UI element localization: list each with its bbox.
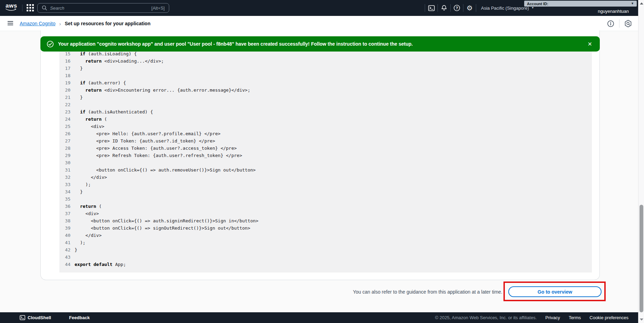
success-check-icon xyxy=(47,40,54,48)
code-line: 43 xyxy=(60,253,592,261)
username-label[interactable]: nguyenanhtuan xyxy=(598,9,629,14)
code-line: 17 } xyxy=(60,65,592,72)
copyright-text: © 2025, Amazon Web Services, Inc. or its… xyxy=(435,315,537,320)
aws-logo[interactable]: aws xyxy=(6,3,17,11)
footer-bar: CloudShell Feedback © 2025, Amazon Web S… xyxy=(0,312,638,323)
code-line: 21 } xyxy=(60,94,592,101)
search-input[interactable]: Search [Alt+S] xyxy=(37,3,169,13)
side-menu-hamburger-icon[interactable] xyxy=(8,21,13,26)
code-line: 39 <button onClick={() => signOutRedirec… xyxy=(60,224,592,232)
cloudshell-button[interactable]: CloudShell xyxy=(20,315,51,320)
code-line: 22 xyxy=(60,101,592,108)
code-line: 18 xyxy=(60,72,592,79)
account-id-label: Account ID: xyxy=(527,2,548,6)
code-lines: 15 if (auth.isLoading) {16 return <div>L… xyxy=(60,50,592,268)
success-banner: Your application "cognito workshop app" … xyxy=(40,36,600,52)
code-line: 30 xyxy=(60,159,592,166)
apps-grid-icon[interactable] xyxy=(27,4,34,11)
amazon-q-icon[interactable] xyxy=(624,20,632,28)
later-reference-note: You can also refer to the guidance from … xyxy=(353,289,502,295)
region-label: Asia Pacific (Singapore) xyxy=(481,6,529,11)
code-line: 36 return ( xyxy=(60,203,592,210)
notifications-bell-icon[interactable] xyxy=(438,0,450,16)
privacy-link[interactable]: Privacy xyxy=(545,315,560,320)
code-line: 34 } xyxy=(60,188,592,195)
banner-message: Your application "cognito workshop app" … xyxy=(58,41,586,47)
code-line: 37 <div> xyxy=(60,210,592,217)
cloudshell-terminal-icon xyxy=(20,315,25,320)
code-line: 23 if (auth.isAuthenticated) { xyxy=(60,108,592,116)
chevron-down-icon: ▼ xyxy=(531,7,534,9)
code-line: 40 </div> xyxy=(60,232,592,239)
code-line: 26 <pre> Hello: {auth.user?.profile.emai… xyxy=(60,130,592,137)
code-line: 19 if (auth.error) { xyxy=(60,79,592,86)
account-id-dropdown[interactable]: Account ID: ▼ xyxy=(524,1,637,7)
footer-links: © 2025, Amazon Web Services, Inc. or its… xyxy=(435,315,628,320)
cloudshell-terminal-icon[interactable] xyxy=(425,0,438,16)
code-line: 24 return ( xyxy=(60,116,592,123)
code-line: 41 ); xyxy=(60,239,592,246)
code-line: 38 <button onClick={() => auth.signinRed… xyxy=(60,217,592,224)
code-line: 20 return <div>Encountering error... {au… xyxy=(60,86,592,94)
aws-console-page: aws Search [Alt+S] xyxy=(0,0,644,323)
help-icon[interactable]: ? xyxy=(451,0,463,16)
nav-divider xyxy=(22,4,22,11)
code-line: 25 <div> xyxy=(60,123,592,130)
code-line: 44export default App; xyxy=(60,261,592,268)
code-line: 16 return <div>Loading...</div>; xyxy=(60,57,592,65)
code-line: 29 <pre> Refresh Token: {auth.user?.refr… xyxy=(60,152,592,159)
code-line: 28 <pre> Access Token: {auth.user?.acces… xyxy=(60,145,592,152)
breadcrumb-link-cognito[interactable]: Amazon Cognito xyxy=(20,21,56,26)
terms-link[interactable]: Terms xyxy=(569,315,581,320)
panel-controls xyxy=(607,16,638,31)
cookie-preferences-link[interactable]: Cookie preferences xyxy=(589,315,628,320)
banner-close-icon[interactable]: ✕ xyxy=(586,41,594,47)
code-line: 32 </div> xyxy=(60,174,592,181)
code-snippet-block: 15 if (auth.isLoading) {16 return <div>L… xyxy=(59,50,592,273)
chevron-down-icon: ▼ xyxy=(631,2,634,5)
cloudshell-label: CloudShell xyxy=(28,315,51,320)
feedback-button[interactable]: Feedback xyxy=(69,315,90,320)
page-scrollbar[interactable] xyxy=(638,0,644,323)
nav-utilities: ? ⚙ Asia Pacific (Singapore) ▼ xyxy=(425,0,539,16)
code-line: 33 ); xyxy=(60,181,592,188)
settings-gear-icon[interactable]: ⚙ xyxy=(463,0,476,16)
breadcrumb-bar: Amazon Cognito › Set up resources for yo… xyxy=(0,16,638,31)
scrollbar-thumb[interactable] xyxy=(640,205,643,312)
code-line: 35 xyxy=(60,195,592,203)
go-to-overview-button[interactable]: Go to overview xyxy=(508,286,602,297)
code-line: 27 <pre> ID Token: {auth.user?.id_token}… xyxy=(60,137,592,145)
breadcrumb: Amazon Cognito › Set up resources for yo… xyxy=(20,16,151,31)
svg-text:?: ? xyxy=(456,6,458,10)
code-line: 31 <button onClick={() => auth.removeUse… xyxy=(60,166,592,174)
page-title: Set up resources for your application xyxy=(65,21,151,26)
scrollbar-up-arrow-icon[interactable] xyxy=(640,2,643,4)
search-placeholder: Search xyxy=(50,6,151,11)
aws-logo-text: aws xyxy=(6,2,17,9)
breadcrumb-separator-icon: › xyxy=(59,21,61,27)
info-icon[interactable] xyxy=(607,20,614,27)
scrollbar-down-arrow-icon[interactable] xyxy=(640,319,643,321)
search-icon xyxy=(42,5,47,11)
search-shortcut-hint: [Alt+S] xyxy=(151,6,165,11)
panel-divider xyxy=(619,19,619,28)
code-line: 42} xyxy=(60,246,592,253)
